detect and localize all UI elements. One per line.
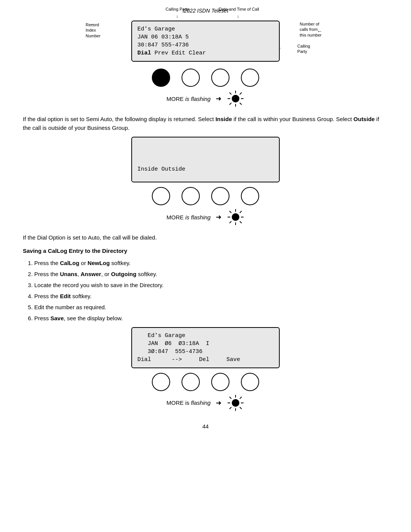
screen2-display: Inside Outside [131,137,280,182]
flashing-sun-icon-3 [227,394,244,412]
screen1-line3: 30:847 555-4736 [137,41,274,49]
svg-line-24 [240,397,242,399]
svg-line-6 [240,93,242,94]
screen2-line2 [137,149,274,157]
more-label-3: MORE is flashing [167,399,211,406]
screen2-line3 [137,157,274,165]
screen3-line2: JAN Ø6 Ø3:18A I [137,340,274,348]
svg-point-8 [232,95,239,102]
softkey-btn-4[interactable] [241,69,259,87]
num-calls-arrow: ← [317,28,322,34]
svg-line-13 [229,211,231,213]
svg-line-4 [229,93,231,94]
screen1-display: Ed's Garage JAN 06 03:18A 5 30:847 555-4… [131,21,280,62]
svg-line-25 [229,407,231,409]
softkey-btn-7[interactable] [211,187,229,205]
softkey-btn-12[interactable] [241,373,259,391]
svg-line-22 [229,397,231,399]
screen3-display: Ed's Garage JAN Ø6 Ø3:18A I 3Ø:847 555-4… [131,327,280,368]
calling-party-arrow: ↓ [176,14,178,18]
more-row-2: MORE is flashing ➜ [23,208,388,226]
screen3-line3: 3Ø:847 555-4736 [137,348,274,356]
screen3-line1: Ed's Garage [137,332,274,340]
more-row-3: MORE is flashing ➜ [23,394,388,412]
softkey-row-2 [23,187,388,205]
softkey-btn-11[interactable] [211,373,229,391]
page-number: 44 [23,423,388,430]
first-screen-section: Calling Party ↓ Date and Time of Call ↓ … [23,21,388,62]
softkey-row-1 [23,69,388,87]
date-time-label: Date and Time of Call [219,7,259,11]
svg-line-16 [229,221,231,223]
screen1-line4: Dial Prev Edit Clear [137,49,274,57]
step-2: Press the Unans, Answer, or Outgoing sof… [34,269,388,279]
more-arrow-3: ➜ [216,399,221,407]
softkey-btn-10[interactable] [182,373,200,391]
step-6: Press Save, see the display below. [34,313,388,323]
screen3-wrapper: Ed's Garage JAN Ø6 Ø3:18A I 3Ø:847 555-4… [131,327,280,368]
screen2-line4: Inside Outside [137,165,274,173]
more-row-1: MORE is flashing ➜ [23,90,388,107]
screen1-line2: JAN 06 03:18A 5 [137,33,274,41]
svg-line-23 [240,407,242,409]
screen1-line1: Ed's Garage [137,25,274,33]
softkey-btn-2[interactable] [182,69,200,87]
svg-point-17 [232,213,239,221]
svg-line-7 [229,103,231,105]
softkey-btn-5[interactable] [152,187,170,205]
more-label-2: MORE is flashing [167,214,211,220]
svg-line-14 [240,221,242,223]
more-arrow-2: ➜ [216,213,221,221]
softkey-btn-3[interactable] [211,69,229,87]
softkey-row-3 [23,373,388,391]
more-arrow-1: ➜ [216,94,221,103]
more-label-1: MORE is flashing [167,96,211,102]
softkey-btn-6[interactable] [182,187,200,205]
para2: If the Dial Option is set to Auto, the c… [23,233,388,242]
screen2-line1 [137,141,274,149]
step-1: Press the CalLog or NewLog softkey. [34,258,388,268]
date-time-arrow: ↓ [237,14,239,18]
steps-list: Press the CalLog or NewLog softkey. Pres… [34,258,388,323]
page-title: i2022 ISDN Teleset [23,8,388,14]
svg-line-5 [240,103,242,105]
para1: If the dial option is set to Semi Auto, … [23,115,388,132]
step-4: Press the Edit softkey. [34,291,388,301]
step-5: Edit the number as required. [34,302,388,312]
section-heading: Saving a CalLog Entry to the Directory [23,248,388,254]
softkey-btn-8[interactable] [241,187,259,205]
record-index-arrow: → [90,22,94,27]
flashing-sun-icon-2 [227,208,244,226]
softkey-btn-9[interactable] [152,373,170,391]
calling-party-label: Calling Party [166,7,189,11]
step-3: Locate the record you wish to save in th… [34,280,388,290]
screen2-wrapper: Inside Outside [131,137,280,182]
flashing-sun-icon-1 [227,90,244,107]
svg-line-15 [240,211,242,213]
softkey-btn-1[interactable] [152,69,170,87]
screen3-line4: Dial --> Del Save [137,356,274,364]
svg-point-26 [232,399,239,407]
calling-party2-label: CallingParty [297,43,310,54]
